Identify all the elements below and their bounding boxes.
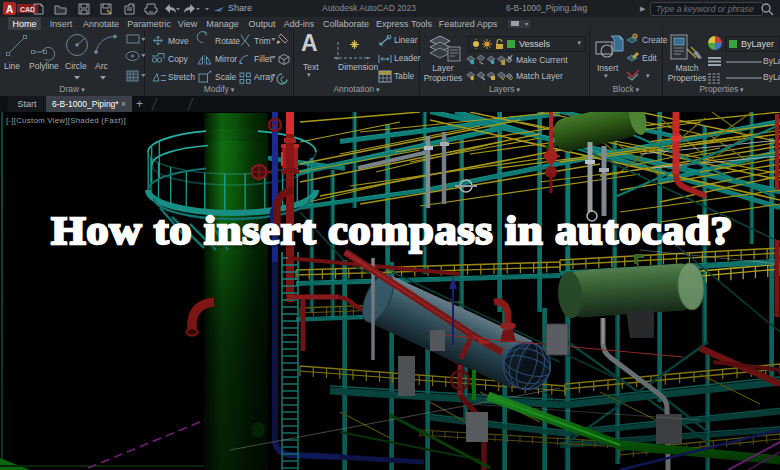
svg-text:CAD: CAD (20, 6, 35, 13)
svg-text:A: A (6, 4, 13, 15)
